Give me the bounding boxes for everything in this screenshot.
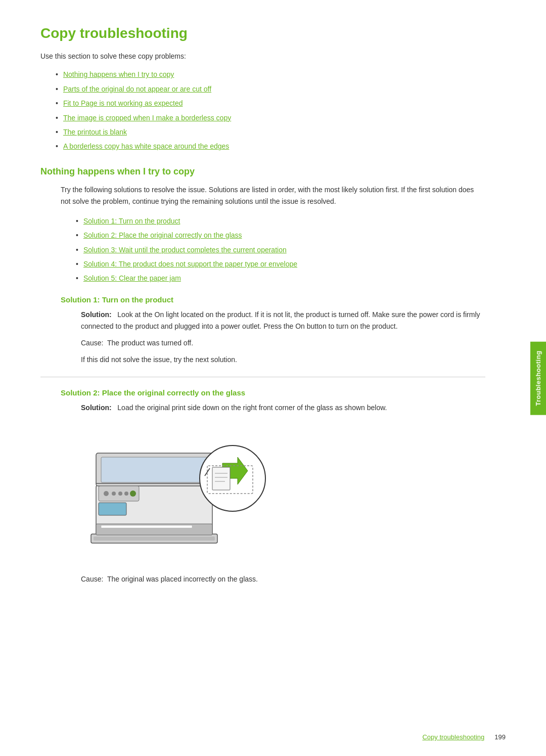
toc-link-6[interactable]: A borderless copy has white space around…	[63, 142, 229, 150]
list-item: Solution 2: Place the original correctly…	[76, 230, 485, 241]
solution1-text: Look at the On light located on the prod…	[81, 310, 480, 330]
svg-rect-10	[99, 503, 126, 515]
footer-page-number: 199	[494, 733, 506, 741]
list-item: Solution 5: Clear the paper jam	[76, 273, 485, 284]
toc-list: Nothing happens when I try to copy Parts…	[56, 69, 485, 152]
solution2-body: Solution: Load the original print side d…	[81, 402, 485, 414]
svg-point-9	[130, 491, 136, 497]
footer-link[interactable]: Copy troubleshooting	[422, 733, 484, 741]
page-title: Copy troubleshooting	[40, 25, 485, 41]
solution2-text: Load the original print side down on the…	[117, 404, 387, 412]
list-item: Nothing happens when I try to copy	[56, 69, 485, 80]
svg-rect-14	[101, 525, 192, 528]
list-item: Fit to Page is not working as expected	[56, 98, 485, 109]
toc-link-4[interactable]: The image is cropped when I make a borde…	[63, 114, 231, 122]
next-solution-text: If this did not solve the issue, try the…	[81, 354, 485, 366]
intro-text: Use this section to solve these copy pro…	[40, 51, 485, 62]
list-item: Solution 3: Wait until the product compl…	[76, 244, 485, 255]
section-divider	[40, 377, 485, 377]
solution1-body: Solution: Look at the On light located o…	[81, 309, 485, 332]
side-tab: Troubleshooting	[530, 341, 546, 415]
svg-rect-3	[101, 457, 207, 482]
toc-link-5[interactable]: The printout is blank	[63, 128, 127, 136]
svg-point-8	[124, 492, 128, 496]
toc-link-2[interactable]: Parts of the original do not appear or a…	[63, 85, 211, 93]
svg-point-7	[118, 492, 122, 496]
list-item: Solution 1: Turn on the product	[76, 215, 485, 227]
toc-link-3[interactable]: Fit to Page is not working as expected	[63, 99, 183, 107]
section1-intro: Try the following solutions to resolve t…	[61, 184, 485, 207]
printer-svg	[81, 423, 273, 564]
page-footer: Copy troubleshooting 199	[422, 733, 506, 741]
solution-link-5[interactable]: Solution 5: Clear the paper jam	[83, 274, 181, 282]
solution-link-4[interactable]: Solution 4: The product does not support…	[83, 260, 297, 268]
svg-rect-12	[94, 537, 215, 541]
cause2-label: Cause:	[81, 575, 103, 583]
solution2-label: Solution:	[81, 404, 112, 412]
list-item: The printout is blank	[56, 126, 485, 138]
cause1-text: Cause: The product was turned off.	[81, 337, 485, 349]
cause2-text: Cause: The original was placed incorrect…	[81, 573, 485, 585]
printer-illustration	[81, 423, 485, 564]
cause1-description: The product was turned off.	[107, 339, 193, 347]
svg-rect-18	[212, 467, 230, 490]
list-item: The image is cropped when I make a borde…	[56, 112, 485, 123]
solution-link-1[interactable]: Solution 1: Turn on the product	[83, 217, 180, 225]
list-item: Parts of the original do not appear or a…	[56, 83, 485, 95]
solution2-heading: Solution 2: Place the original correctly…	[61, 388, 485, 397]
svg-point-6	[112, 492, 116, 496]
list-item: A borderless copy has white space around…	[56, 141, 485, 152]
solution1-label: Solution:	[81, 310, 112, 319]
solution-link-3[interactable]: Solution 3: Wait until the product compl…	[83, 246, 287, 254]
svg-point-5	[104, 491, 109, 496]
cause1-label: Cause:	[81, 339, 103, 347]
section1-heading: Nothing happens when I try to copy	[40, 166, 485, 177]
toc-link-1[interactable]: Nothing happens when I try to copy	[63, 70, 174, 78]
cause2-description: The original was placed incorrectly on t…	[107, 575, 258, 583]
solution-link-2[interactable]: Solution 2: Place the original correctly…	[83, 231, 242, 239]
solution-list: Solution 1: Turn on the product Solution…	[76, 215, 485, 284]
list-item: Solution 4: The product does not support…	[76, 258, 485, 270]
solution1-heading: Solution 1: Turn on the product	[61, 295, 485, 304]
page-content: Copy troubleshooting Use this section to…	[0, 0, 526, 631]
